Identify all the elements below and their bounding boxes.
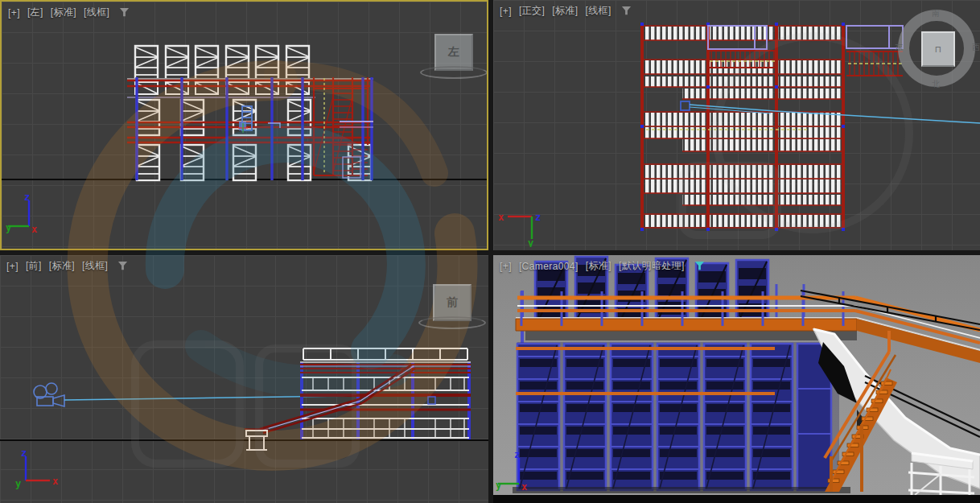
viewport-label-bar: [+] [前] [标准] [线框] [6,259,128,273]
viewport-label-bar: [+] [正交] [标准] [线框] [500,4,632,18]
svg-text:y: y [496,480,501,491]
viewport-ortho-view[interactable]: [+] [正交] [标准] [线框] ⊓ 南 北 东 西 x z y [493,0,980,250]
viewport-pov-button[interactable]: [Camera004] [519,261,579,272]
viewport-camera-view[interactable]: [+] [Camera004] [标准] [默认明暗处理] z y x [493,255,980,503]
viewport-style-button[interactable]: [标准] [586,259,611,273]
svg-text:z: z [535,212,541,223]
viewport-menu-button[interactable]: [+] [8,7,20,19]
svg-text:y: y [6,222,11,233]
filter-funnel-icon[interactable] [117,261,128,271]
viewport-pov-button[interactable]: [正交] [519,4,545,18]
viewcube[interactable]: 左 [417,34,488,84]
viewport-label-bar: [+] [Camera004] [标准] [默认明暗处理] [500,259,705,273]
viewport-style-button[interactable]: [标准] [51,6,76,19]
axis-tripod: z y x [5,191,61,237]
svg-text:x: x [498,212,504,223]
viewport-pov-button[interactable]: [前] [26,259,42,273]
svg-text:x: x [52,476,58,487]
viewcube-south-label[interactable]: 南 [932,8,940,19]
viewport-menu-button[interactable]: [+] [6,261,19,272]
svg-text:y: y [15,478,21,489]
svg-text:x: x [521,481,527,493]
viewport-shading-button[interactable]: [线框] [84,6,109,19]
filter-funnel-icon[interactable] [119,7,130,18]
left-view-wireframe-scene [2,2,487,249]
viewcube-north-label[interactable]: 北 [932,79,940,90]
viewcube-west-label[interactable]: 西 [972,42,980,53]
axis-tripod: z y x [3,447,64,493]
camera-object [34,383,64,406]
viewport-front-view[interactable]: [+] [前] [标准] [线框] 前 z y x [0,255,488,503]
viewcube-ring [418,316,486,329]
svg-text:x: x [31,224,37,235]
svg-text:z: z [514,449,520,460]
viewport-menu-button[interactable]: [+] [500,6,512,17]
viewport-left-view[interactable]: [+] [左] [标准] [线框] 左 z y x [0,0,488,250]
filter-funnel-icon[interactable] [621,6,632,16]
filter-funnel-icon[interactable] [694,261,705,271]
svg-text:z: z [21,447,27,459]
viewcube-face-label: 前 [447,295,458,310]
axis-tripod: z y x [495,448,551,495]
viewport-style-button[interactable]: [标准] [552,4,578,18]
viewport-menu-button[interactable]: [+] [500,261,512,272]
viewport-shading-button[interactable]: [默认明暗处理] [619,259,685,273]
viewcube-face-label: 左 [448,45,459,60]
viewport-pov-button[interactable]: [左] [27,6,43,19]
viewcube-face[interactable]: ⊓ [921,31,955,67]
svg-text:z: z [24,192,30,203]
viewcube[interactable]: ⊓ 南 北 东 西 [898,10,975,87]
viewport-label-bar: [+] [左] [标准] [线框] [8,6,130,19]
axis-tripod: x z y [495,204,553,247]
viewport-style-button[interactable]: [标准] [49,259,75,273]
viewcube-east-label[interactable]: 东 [895,42,903,53]
camera-view-shaded-scene [493,255,980,503]
viewport-shading-button[interactable]: [线框] [82,259,108,273]
viewport-grid: [+] [左] [标准] [线框] 左 z y x [0,0,980,503]
svg-text:y: y [528,237,533,247]
viewcube-ring [420,66,488,79]
viewcube-face-glyph: ⊓ [935,44,942,55]
viewcube[interactable]: 前 [415,284,488,334]
viewport-shading-button[interactable]: [线框] [585,4,611,18]
